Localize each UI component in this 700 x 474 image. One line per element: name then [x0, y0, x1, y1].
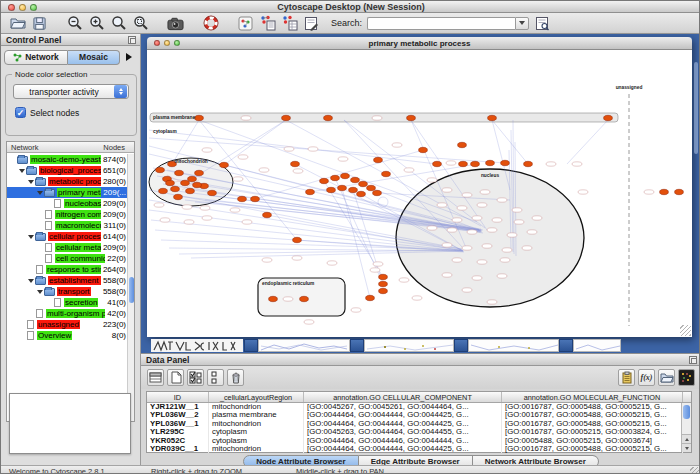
expander-icon[interactable] [36, 290, 44, 294]
minimized-window-titlebar[interactable] [454, 339, 468, 352]
search-dropdown-arrow[interactable] [515, 17, 529, 30]
network-node[interactable] [379, 281, 388, 286]
network-node[interactable] [433, 161, 442, 166]
table-row[interactable]: YKR052Ccytoplasm[GO:0044464, GO:0044446,… [147, 437, 691, 445]
table-cell[interactable]: cytoplasm [209, 437, 304, 445]
tree-row[interactable]: Overview8(0) [7, 330, 127, 341]
expander-icon[interactable] [36, 191, 44, 195]
table-column-header[interactable]: ID [147, 392, 209, 402]
minimized-view-thumbnail[interactable] [258, 339, 350, 352]
network-node[interactable] [338, 185, 347, 190]
table-cell[interactable]: mitochondrion [209, 420, 304, 428]
network-node[interactable] [186, 188, 195, 193]
scroll-up-icon[interactable] [682, 434, 691, 443]
tree-row[interactable]: cell communicati22(0) [7, 253, 127, 264]
zoom-out-icon[interactable] [66, 15, 83, 32]
network-node[interactable] [373, 190, 382, 195]
network-node[interactable] [188, 176, 197, 181]
save-session-icon[interactable] [31, 15, 48, 32]
network-overview-icon[interactable] [237, 15, 254, 32]
tree-row[interactable]: cellular process614(0) [7, 231, 127, 242]
float-panel-icon[interactable] [689, 356, 697, 364]
table-scrollbar[interactable] [681, 403, 691, 452]
network-node[interactable] [208, 190, 217, 195]
network-node[interactable] [175, 170, 184, 175]
table-row[interactable]: YJR121W__1mitochondrion[GO:0045267, GO:0… [147, 403, 691, 411]
network-node[interactable] [238, 196, 247, 201]
snapshot-icon[interactable] [167, 15, 184, 32]
table-row[interactable]: YPL036W__2plasma membrane[GO:0044464, GO… [147, 411, 691, 419]
network-node[interactable] [501, 160, 510, 165]
zoom-fit-icon[interactable] [110, 15, 127, 32]
table-cell[interactable]: [GO:0016787, GO:0005488, GO:0005215, G..… [502, 411, 683, 419]
expander-icon[interactable] [27, 180, 35, 184]
table-cell[interactable]: [GO:0045267, GO:0045261, GO:0044464, G..… [304, 403, 502, 411]
table-cell[interactable]: YLR295C [147, 428, 209, 436]
search-options-icon[interactable] [534, 15, 551, 32]
expander-icon[interactable] [27, 235, 35, 239]
network-node[interactable] [331, 175, 340, 180]
table-cell[interactable]: mitochondrion [209, 445, 304, 453]
minimized-view-label[interactable] [151, 339, 243, 352]
network-node[interactable] [300, 296, 309, 301]
desktop-scrollbar[interactable] [694, 62, 698, 154]
network-node[interactable] [379, 274, 388, 279]
network-node[interactable] [291, 161, 300, 166]
tree-row[interactable]: multi-organism pro42(0) [7, 308, 127, 319]
zoom-selected-icon[interactable] [132, 15, 149, 32]
network-node[interactable] [458, 142, 467, 147]
tree-row[interactable]: cellular metabol209(0) [7, 242, 127, 253]
tree-row[interactable]: unassigned223(0) [7, 319, 127, 330]
table-cell[interactable]: [GO:0044464, GO:0044444, GO:0044425, G..… [304, 420, 502, 428]
tree-row[interactable]: mosaic-demo-yeast874(0) [7, 154, 127, 165]
network-node[interactable] [320, 178, 329, 183]
table-cell[interactable]: [GO:0016787, GO:0005215, GO:0003824, G..… [502, 428, 683, 436]
select-attributes-icon[interactable] [187, 369, 204, 386]
network-node[interactable] [327, 187, 336, 192]
network-node[interactable] [263, 212, 272, 217]
table-cell[interactable]: YPL036W__1 [147, 420, 209, 428]
tab-overflow-arrow-icon[interactable] [126, 53, 132, 61]
table-cell[interactable]: [GO:0016787, GO:0005488, GO:0005215, G..… [502, 445, 683, 453]
tree-row[interactable]: establishment of lo558(0) [7, 275, 127, 286]
minimized-view-thumbnail[interactable] [364, 339, 454, 352]
minimized-window-titlebar[interactable] [350, 339, 364, 352]
import-attributes-icon[interactable] [618, 369, 635, 386]
open-file-icon[interactable] [9, 15, 26, 32]
network-node[interactable] [269, 296, 278, 301]
formula-builder-icon[interactable]: f(x) [638, 369, 655, 386]
table-cell[interactable]: [GO:0044464, GO:0044446, GO:0044444, G..… [304, 437, 502, 445]
tree-row[interactable]: nitrogen compou209(0) [7, 209, 127, 220]
table-row[interactable]: YLR295Ccytoplasm[GO:0045263, GO:0044464,… [147, 428, 691, 436]
network-node[interactable] [251, 196, 260, 201]
open-attribute-file-icon[interactable] [658, 369, 675, 386]
network-node[interactable] [171, 186, 180, 191]
network-node[interactable] [282, 115, 291, 120]
table-cell[interactable]: mitochondrion [209, 403, 304, 411]
network-node[interactable] [166, 180, 175, 185]
network-node[interactable] [195, 170, 204, 175]
expander-icon[interactable] [18, 169, 26, 173]
expander-icon[interactable] [27, 279, 35, 283]
network-node[interactable] [486, 160, 495, 165]
select-nodes-checkbox[interactable]: ✓ [15, 107, 26, 118]
network-node[interactable] [367, 185, 376, 190]
network-node[interactable] [293, 237, 302, 242]
network-node[interactable] [379, 288, 388, 293]
node-color-dropdown[interactable]: transporter activity [13, 84, 129, 99]
table-cell[interactable]: YKR052C [147, 437, 209, 445]
network-node[interactable] [357, 191, 366, 196]
unselect-attributes-icon[interactable] [207, 369, 224, 386]
network-node[interactable] [459, 161, 468, 166]
network-node[interactable] [524, 161, 533, 166]
table-cell[interactable]: [GO:0005488, GO:0005215, GO:0003674] [502, 437, 683, 445]
tree-row[interactable]: response to stimul264(0) [7, 264, 127, 275]
network-node[interactable] [471, 161, 480, 166]
delete-attribute-icon[interactable] [227, 369, 244, 386]
help-ring-icon[interactable] [202, 15, 219, 32]
table-cell[interactable]: cytoplasm [209, 428, 304, 436]
tree-row[interactable]: primary metabol209(... [7, 187, 127, 198]
network-node[interactable] [306, 189, 315, 194]
table-cell[interactable]: [GO:0016787, GO:0005488, GO:0005215, G..… [502, 403, 683, 411]
network-node[interactable] [604, 115, 613, 120]
